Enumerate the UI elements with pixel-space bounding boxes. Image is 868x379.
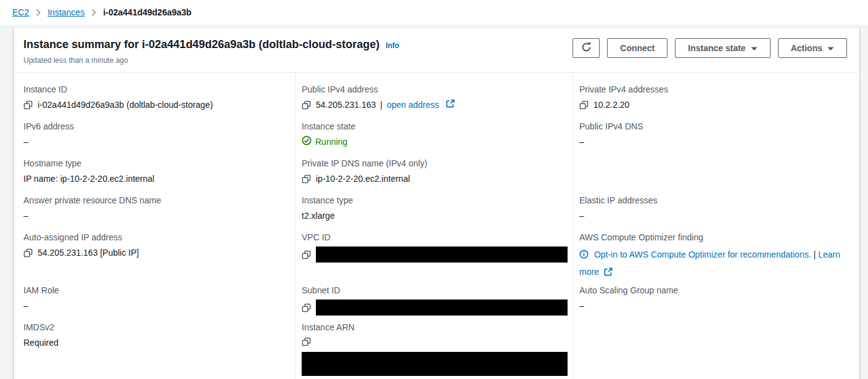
field-label: IAM Role	[23, 284, 290, 296]
value-separator: |	[814, 250, 816, 259]
instance-state-button-label: Instance state	[688, 43, 745, 53]
private-ipv4-value: 10.2.2.20	[593, 99, 629, 112]
field-label: Elastic IP addresses	[579, 194, 854, 206]
iam-role-value: –	[23, 300, 290, 312]
page-title: Instance summary for i-02a441d49d26a9a3b…	[23, 37, 379, 52]
info-circle-icon	[579, 251, 591, 261]
value-separator: |	[380, 99, 382, 112]
field-label: Hostname type	[23, 157, 290, 169]
field-label: AWS Compute Optimizer finding	[579, 231, 854, 243]
connect-button-label: Connect	[620, 43, 655, 53]
instance-type-value: t2.xlarge	[302, 210, 568, 222]
field-label: Private IP DNS name (IPv4 only)	[302, 157, 568, 169]
vpc-id-redacted-value	[316, 247, 568, 263]
updated-status-text: Updated less than a minute ago	[23, 56, 399, 65]
breadcrumb-chevron-icon	[36, 9, 41, 17]
field-instance-arn: Instance ARN	[302, 321, 568, 376]
field-label: Instance ID	[23, 83, 290, 96]
field-instance-id: Instance ID i-02a441d49d26a9a3b (doltlab…	[23, 83, 290, 120]
field-label: Instance state	[302, 120, 568, 132]
copy-icon[interactable]	[23, 100, 33, 110]
field-answer-private-dns: Answer private resource DNS name –	[23, 194, 290, 231]
field-vpc-id: VPC ID	[302, 231, 568, 284]
breadcrumb-ec2[interactable]: EC2	[12, 7, 29, 17]
instance-state-value: Running	[315, 137, 347, 147]
external-link-icon	[601, 268, 613, 278]
copy-icon[interactable]	[302, 336, 312, 346]
private-dns-value: ip-10-2-2-20.ec2.internal	[316, 173, 410, 185]
summary-column-3: Private IPv4 addresses 10.2.2.20 Public …	[572, 73, 859, 379]
field-public-ipv4-dns: Public IPv4 DNS –	[579, 120, 854, 157]
copy-icon[interactable]	[579, 100, 589, 110]
copy-icon[interactable]	[302, 250, 312, 259]
field-label: VPC ID	[302, 231, 568, 243]
summary-grid: Instance ID i-02a441d49d26a9a3b (doltlab…	[14, 73, 859, 379]
auto-assigned-ip-value: 54.205.231.163 [Public IP]	[38, 247, 139, 259]
field-private-dns: Private IP DNS name (IPv4 only) ip-10-2-…	[302, 157, 568, 194]
open-address-link[interactable]: open address	[387, 99, 439, 112]
field-label: IPv6 address	[23, 120, 290, 132]
field-asg-name: Auto Scaling Group name –	[579, 284, 854, 321]
instance-arn-redacted-value	[302, 352, 568, 376]
field-label: Private IPv4 addresses	[579, 83, 854, 96]
external-link-icon	[446, 99, 455, 112]
instance-state-button[interactable]: Instance state	[675, 38, 770, 58]
field-auto-assigned-ip: Auto-assigned IP address 54.205.231.163 …	[23, 231, 290, 284]
subnet-id-redacted-value	[316, 300, 568, 316]
summary-column-2: Public IPv4 address 54.205.231.163 | ope…	[295, 73, 572, 379]
public-ipv4-value: 54.205.231.163	[316, 99, 376, 112]
copy-icon[interactable]	[23, 248, 33, 258]
field-label: Auto Scaling Group name	[579, 284, 854, 296]
field-imdsv2: IMDSv2 Required	[23, 321, 290, 358]
field-label: IMDSv2	[23, 321, 290, 333]
hostname-type-value: IP name: ip-10-2-2-20.ec2.internal	[23, 173, 290, 185]
asg-name-value: –	[579, 300, 854, 312]
field-subnet-id: Subnet ID	[302, 284, 568, 321]
field-label: Public IPv4 address	[302, 83, 568, 96]
field-instance-type: Instance type t2.xlarge	[302, 194, 568, 231]
instance-summary-panel: Instance summary for i-02a441d49d26a9a3b…	[14, 28, 859, 379]
field-hostname-type: Hostname type IP name: ip-10-2-2-20.ec2.…	[23, 157, 290, 194]
copy-icon[interactable]	[302, 100, 312, 110]
field-label: Subnet ID	[302, 284, 568, 296]
field-public-ipv4-address: Public IPv4 address 54.205.231.163 | ope…	[302, 83, 568, 120]
header-actions: Connect Instance state Actions	[572, 37, 847, 58]
check-circle-icon	[302, 136, 312, 147]
breadcrumb-instances[interactable]: Instances	[48, 7, 85, 17]
optimizer-opt-in-link[interactable]: Opt-in to AWS Compute Optimizer for reco…	[594, 250, 811, 259]
field-elastic-ip: Elastic IP addresses –	[579, 194, 854, 231]
copy-icon[interactable]	[302, 303, 312, 312]
actions-button-label: Actions	[791, 43, 822, 53]
actions-button[interactable]: Actions	[778, 38, 847, 58]
instance-id-value: i-02a441d49d26a9a3b (doltlab-cloud-stora…	[38, 99, 213, 112]
elastic-ip-value: –	[579, 210, 854, 222]
imdsv2-value: Required	[23, 336, 290, 349]
field-label: Auto-assigned IP address	[23, 231, 290, 243]
panel-header: Instance summary for i-02a441d49d26a9a3b…	[14, 28, 859, 73]
panel-header-left: Instance summary for i-02a441d49d26a9a3b…	[23, 37, 399, 65]
refresh-icon	[581, 42, 592, 54]
caret-down-icon	[751, 43, 758, 53]
breadcrumb: EC2 Instances i-02a441d49d26a9a3b	[0, 0, 868, 25]
caret-down-icon	[827, 43, 834, 53]
public-ipv4-dns-value: –	[579, 136, 854, 149]
field-ipv6-address: IPv6 address –	[23, 120, 290, 157]
field-instance-state: Instance state Running	[302, 120, 568, 157]
field-label: Instance type	[302, 194, 568, 206]
refresh-button[interactable]	[572, 38, 600, 58]
empty-slot	[579, 157, 854, 194]
info-link[interactable]: Info	[386, 41, 399, 50]
breadcrumb-chevron-icon	[91, 9, 96, 17]
ipv6-value: –	[23, 136, 290, 149]
field-iam-role: IAM Role –	[23, 284, 290, 321]
answer-private-dns-value: –	[23, 210, 290, 222]
breadcrumb-current-instance: i-02a441d49d26a9a3b	[103, 7, 191, 17]
field-label: Instance ARN	[302, 321, 568, 333]
connect-button[interactable]: Connect	[607, 38, 668, 58]
summary-column-1: Instance ID i-02a441d49d26a9a3b (doltlab…	[14, 73, 295, 379]
field-label: Answer private resource DNS name	[23, 194, 290, 206]
field-compute-optimizer: AWS Compute Optimizer finding Opt-in to …	[579, 231, 854, 284]
copy-icon[interactable]	[302, 174, 312, 184]
field-label: Public IPv4 DNS	[579, 120, 854, 132]
field-private-ipv4-addresses: Private IPv4 addresses 10.2.2.20	[579, 83, 854, 120]
